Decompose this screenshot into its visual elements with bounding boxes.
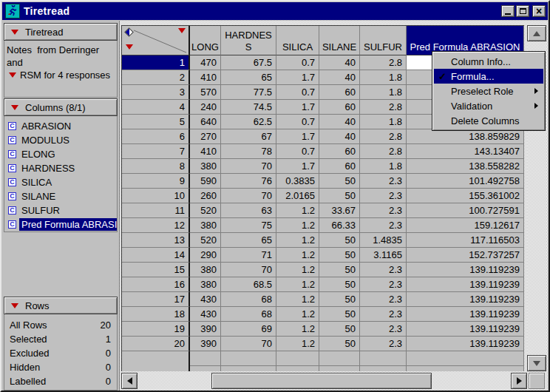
data-cell[interactable]: 68 — [221, 307, 276, 322]
data-cell[interactable]: 70 — [221, 159, 276, 174]
data-cell[interactable]: 60 — [319, 144, 360, 159]
data-cell[interactable]: 60 — [319, 100, 360, 115]
column-header-sulfur[interactable]: SULFUR — [360, 26, 407, 55]
column-list-item[interactable]: CHARDNESS — [4, 161, 117, 175]
data-cell[interactable]: 65 — [221, 233, 276, 248]
empty-cell[interactable] — [190, 351, 221, 366]
columns-menu-triangle-icon[interactable] — [178, 28, 186, 33]
data-cell[interactable]: 380 — [190, 159, 221, 174]
empty-cell[interactable] — [319, 351, 360, 366]
data-cell[interactable]: 0.7 — [276, 144, 319, 159]
data-cell[interactable]: 380 — [190, 277, 221, 292]
horizontal-scrollbar[interactable] — [121, 373, 527, 389]
empty-cell[interactable] — [360, 351, 407, 366]
data-cell[interactable]: 2.3 — [360, 174, 407, 189]
data-cell[interactable]: 70 — [221, 263, 276, 277]
column-header-long[interactable]: LONG — [190, 26, 221, 55]
data-cell[interactable]: 590 — [190, 174, 221, 189]
empty-cell[interactable] — [221, 351, 276, 366]
data-cell[interactable]: 50 — [319, 174, 360, 189]
menu-item-delete-columns[interactable]: Delete Columns — [434, 113, 543, 128]
data-cell[interactable]: 1.2 — [276, 203, 319, 218]
data-cell[interactable]: 380 — [190, 263, 221, 277]
row-number[interactable]: 6 — [122, 129, 190, 144]
data-cell[interactable]: 70 — [221, 337, 276, 351]
titlebar[interactable]: Tiretread × — [2, 2, 548, 20]
data-cell[interactable]: 1.2 — [276, 277, 319, 292]
data-cell[interactable]: 2.8 — [360, 129, 407, 144]
column-list-item[interactable]: CPred Formula ABRASION — [4, 217, 117, 232]
data-cell[interactable]: 270 — [190, 129, 221, 144]
data-cell[interactable]: 520 — [190, 203, 221, 218]
data-cell[interactable]: 69 — [221, 322, 276, 337]
data-cell[interactable]: 1.2 — [276, 292, 319, 307]
data-cell[interactable]: 240 — [190, 100, 221, 115]
data-cell[interactable]: 139.119239 — [407, 277, 524, 292]
row-number[interactable]: 13 — [122, 233, 190, 248]
close-button[interactable]: × — [532, 5, 546, 17]
rows-panel-header[interactable]: Rows — [4, 297, 118, 314]
disclosure-triangle-icon[interactable] — [11, 30, 18, 35]
data-cell[interactable]: 139.119239 — [407, 307, 524, 322]
row-number[interactable]: 12 — [122, 218, 190, 233]
column-header-silane[interactable]: SILANE — [319, 26, 360, 55]
scroll-right-button[interactable] — [511, 373, 527, 389]
data-cell[interactable]: 78 — [221, 144, 276, 159]
data-cell[interactable]: 470 — [190, 55, 221, 70]
data-cell[interactable]: 62.5 — [221, 115, 276, 129]
column-list-item[interactable]: CELONG — [4, 147, 117, 161]
column-list-item[interactable]: CSILANE — [4, 189, 117, 203]
data-cell[interactable]: 50 — [319, 233, 360, 248]
data-cell[interactable]: 100.727591 — [407, 203, 524, 218]
menu-item-formula[interactable]: ✓Formula... — [434, 69, 543, 84]
data-cell[interactable]: 0.7 — [276, 85, 319, 100]
data-cell[interactable]: 380 — [190, 218, 221, 233]
empty-cell[interactable] — [276, 366, 319, 371]
data-cell[interactable]: 1.4835 — [360, 233, 407, 248]
data-cell[interactable]: 640 — [190, 115, 221, 129]
empty-cell[interactable] — [221, 366, 276, 371]
data-cell[interactable]: 138.558282 — [407, 159, 524, 174]
data-cell[interactable]: 2.3 — [360, 218, 407, 233]
data-cell[interactable]: 2.3 — [360, 337, 407, 351]
data-cell[interactable]: 1.7 — [276, 129, 319, 144]
data-cell[interactable]: 2.0165 — [276, 189, 319, 203]
data-cell[interactable]: 67.5 — [221, 55, 276, 70]
row-number[interactable]: 7 — [122, 144, 190, 159]
menu-item-validation[interactable]: Validation — [434, 98, 543, 113]
data-cell[interactable]: 60 — [319, 85, 360, 100]
data-cell[interactable]: 1.8 — [360, 115, 407, 129]
scroll-down-button[interactable] — [527, 355, 546, 371]
notes-disclosure-triangle-icon[interactable] — [9, 72, 16, 78]
row-number[interactable]: 3 — [122, 85, 190, 100]
data-cell[interactable]: 65 — [221, 70, 276, 85]
data-cell[interactable]: 1.2 — [276, 322, 319, 337]
row-number[interactable]: 17 — [122, 292, 190, 307]
data-cell[interactable]: 50 — [319, 189, 360, 203]
column-list-item[interactable]: CSULFUR — [4, 203, 117, 217]
scroll-up-button[interactable] — [527, 25, 546, 41]
data-cell[interactable]: 2.3 — [360, 292, 407, 307]
data-cell[interactable]: 67 — [221, 129, 276, 144]
data-cell[interactable]: 139.119239 — [407, 292, 524, 307]
empty-cell[interactable] — [319, 366, 360, 371]
data-cell[interactable]: 2.3 — [360, 277, 407, 292]
menu-item-column-info[interactable]: Column Info... — [434, 54, 543, 69]
empty-cell[interactable] — [407, 366, 524, 371]
data-cell[interactable]: 0.7 — [276, 115, 319, 129]
row-number[interactable]: 19 — [122, 322, 190, 337]
data-cell[interactable]: 1.8 — [360, 85, 407, 100]
data-cell[interactable]: 2.3 — [360, 307, 407, 322]
column-list-item[interactable]: CSILICA — [4, 175, 117, 189]
data-cell[interactable]: 1.2 — [276, 263, 319, 277]
data-cell[interactable]: 520 — [190, 233, 221, 248]
data-cell[interactable]: 2.3 — [360, 189, 407, 203]
row-number[interactable]: 18 — [122, 307, 190, 322]
data-cell[interactable]: 68 — [221, 292, 276, 307]
data-cell[interactable]: 430 — [190, 292, 221, 307]
data-cell[interactable]: 1.2 — [276, 307, 319, 322]
data-cell[interactable]: 63 — [221, 203, 276, 218]
data-cell[interactable]: 66.33 — [319, 218, 360, 233]
data-cell[interactable]: 260 — [190, 189, 221, 203]
empty-cell[interactable] — [407, 351, 524, 366]
